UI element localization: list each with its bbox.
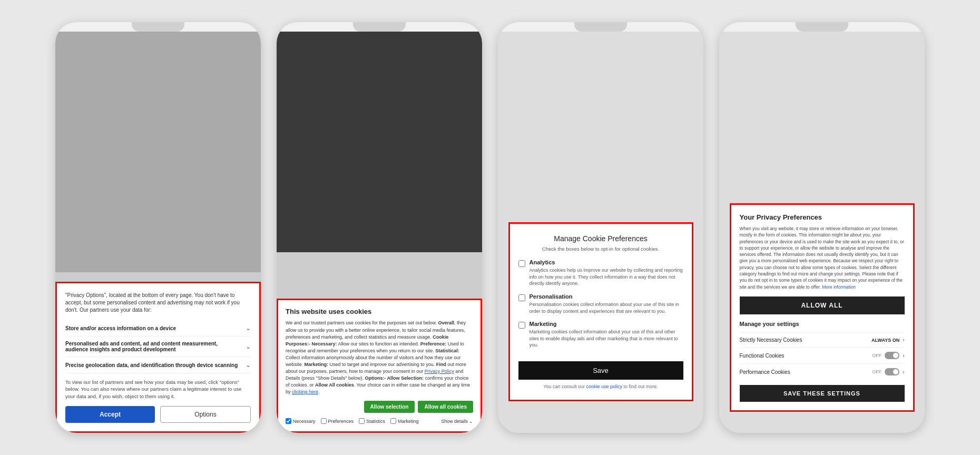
body-text-1: We and our trusted partners use cookies … (286, 320, 470, 394)
show-details[interactable]: Show details ⌄ (441, 419, 473, 424)
allow-selection-button[interactable]: Allow selection (364, 401, 415, 413)
phone-notch-4 (796, 22, 848, 32)
checkbox-necessary[interactable]: Necessary (286, 418, 316, 424)
phone-screen-4: Your Privacy Preferences When you visit … (719, 32, 925, 433)
accordion-label-3: Precise geolocation data, and identifica… (65, 362, 246, 368)
strictly-necessary-right: ALWAYS ON › (871, 337, 905, 343)
performance-off-label: OFF (872, 369, 881, 374)
options-button[interactable]: Options (160, 406, 251, 423)
phone1-button-row: Accept Options (65, 406, 251, 423)
accordion-label-2: Personalised ads and content, ad and con… (65, 341, 246, 352)
strictly-necessary-chevron: › (903, 337, 904, 343)
accordion-item-1[interactable]: Store and/or access information on a dev… (65, 320, 251, 337)
phone2-button-row: Allow selection Allow all cookies (286, 401, 473, 413)
cookie-policy-link[interactable]: cookie use policy (586, 384, 623, 389)
analytics-title: Analytics (530, 259, 683, 265)
checkbox-marketing-label: Marketing (398, 419, 419, 424)
checkbox-statistics[interactable]: Statistics (359, 418, 385, 424)
personalisation-title: Personalisation (530, 293, 683, 300)
phones-container: "Privacy Options", located at the bottom… (11, 22, 969, 433)
functional-cookies-right: OFF › (872, 352, 904, 359)
marketing-desc: Marketing cookies collect information ab… (530, 329, 683, 349)
accept-button[interactable]: Accept (65, 406, 155, 423)
personalisation-content: Personalisation Personalisation cookies … (530, 293, 683, 314)
marketing-checkbox[interactable] (518, 322, 525, 329)
phone-notch-1 (132, 22, 184, 32)
checkbox-necessary-input[interactable] (286, 418, 291, 424)
phone1-background (55, 32, 261, 272)
analytics-option: Analytics Analytics cookies help us impr… (518, 259, 683, 287)
checkbox-marketing[interactable]: Marketing (390, 418, 419, 424)
functional-cookies-label: Functional Cookies (740, 353, 785, 359)
phone-screen-2: This website uses cookies We and our tru… (277, 32, 482, 433)
marketing-title: Marketing (530, 321, 683, 327)
phone-screen-1: "Privacy Options", located at the bottom… (55, 32, 261, 433)
checkbox-preferences-label: Preferences (328, 419, 354, 424)
consult-text-2: to find out more. (622, 384, 658, 389)
phone-notch-3 (574, 22, 627, 32)
show-details-text: Show details (441, 419, 468, 424)
phone2-background (277, 32, 482, 252)
phone4-privacy-dialog: Your Privacy Preferences When you visit … (730, 203, 915, 412)
performance-cookies-right: OFF › (872, 368, 904, 375)
personalisation-option: Personalisation Personalisation cookies … (518, 293, 683, 314)
allow-all-dark-button[interactable]: ALLOW ALL (740, 296, 905, 314)
phone-notch-2 (353, 22, 406, 32)
phone3-cookie-dialog: Manage Cookie Preferences Check the boxe… (508, 222, 693, 401)
phone-2: This website uses cookies We and our tru… (277, 22, 482, 433)
chevron-icon-3: ⌄ (246, 361, 251, 369)
chevron-icon-1: ⌄ (246, 324, 251, 332)
functional-chevron: › (903, 353, 904, 359)
functional-toggle-switch[interactable] (885, 352, 899, 359)
analytics-content: Analytics Analytics cookies help us impr… (530, 259, 683, 287)
privacy-body-text: When you visit any website, it may store… (740, 226, 904, 290)
personalisation-desc: Personalisation cookies collect informat… (530, 301, 683, 314)
consult-text-1: You can consult our (543, 384, 586, 389)
manage-settings-title: Manage your settings (740, 321, 905, 327)
accordion-item-2[interactable]: Personalised ads and content, ad and con… (65, 337, 251, 357)
checkbox-marketing-input[interactable] (390, 418, 396, 424)
privacy-policy-link[interactable]: Privacy Policy (425, 369, 454, 374)
phone3-title: Manage Cookie Preferences (518, 234, 683, 243)
clicking-here-link[interactable]: clicking here (292, 389, 318, 394)
performance-cookies-label: Performance Cookies (740, 369, 790, 375)
accordion-label-1: Store and/or access information on a dev… (65, 325, 246, 331)
consult-text: You can consult our cookie use policy to… (518, 384, 683, 389)
phone-4: Your Privacy Preferences When you visit … (719, 22, 925, 433)
analytics-desc: Analytics cookies help us improve our we… (530, 267, 683, 287)
phone1-intro-text: "Privacy Options", located at the bottom… (65, 292, 251, 314)
accordion-item-3[interactable]: Precise geolocation data, and identifica… (65, 357, 251, 373)
chevron-icon-2: ⌄ (246, 343, 251, 350)
performance-toggle-switch[interactable] (885, 368, 899, 375)
more-info-link-text[interactable]: More information (822, 284, 856, 290)
checkbox-preferences[interactable]: Preferences (321, 418, 354, 424)
privacy-body: When you visit any website, it may store… (740, 225, 905, 290)
analytics-checkbox[interactable] (518, 260, 525, 267)
allow-all-button[interactable]: Allow all cookies (418, 401, 473, 413)
checkbox-statistics-input[interactable] (359, 418, 365, 424)
always-on-label: ALWAYS ON (871, 338, 899, 343)
performance-chevron: › (903, 369, 904, 375)
functional-cookies-row[interactable]: Functional Cookies OFF › (740, 347, 905, 363)
checkbox-preferences-input[interactable] (321, 418, 327, 424)
partner-text: To view our list of partners and see how… (65, 379, 251, 400)
marketing-content: Marketing Marketing cookies collect info… (530, 321, 683, 349)
phone-screen-3: Manage Cookie Preferences Check the boxe… (498, 32, 703, 433)
performance-cookies-row[interactable]: Performance Cookies OFF › (740, 363, 905, 380)
privacy-title: Your Privacy Preferences (740, 213, 905, 221)
strictly-necessary-label: Strictly Necessary Cookies (740, 337, 802, 343)
phone3-subtitle: Check the boxes below to opt-in for opti… (518, 246, 683, 252)
save-settings-button[interactable]: SAVE THESE SETTINGS (740, 385, 905, 402)
checkbox-statistics-label: Statistics (366, 419, 385, 424)
phone-1: "Privacy Options", located at the bottom… (55, 22, 261, 433)
show-details-chevron: ⌄ (469, 419, 473, 424)
marketing-option: Marketing Marketing cookies collect info… (518, 321, 683, 349)
save-button[interactable]: Save (518, 361, 683, 380)
phone-3: Manage Cookie Preferences Check the boxe… (498, 22, 703, 433)
personalisation-checkbox[interactable] (518, 294, 525, 301)
functional-off-label: OFF (872, 353, 881, 358)
phone2-body: We and our trusted partners use cookies … (286, 320, 473, 395)
phone1-cookie-dialog: "Privacy Options", located at the bottom… (55, 282, 261, 433)
phone2-checkbox-row: Necessary Preferences Statistics Marketi… (286, 418, 473, 424)
strictly-necessary-row[interactable]: Strictly Necessary Cookies ALWAYS ON › (740, 332, 905, 347)
